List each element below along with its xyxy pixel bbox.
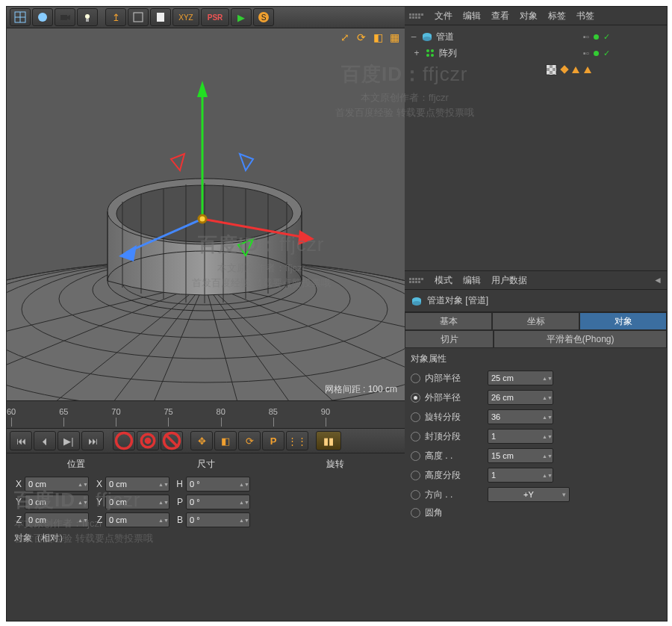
rot-p-input[interactable]: 0 °▲▼ — [186, 495, 250, 509]
rot-b-input[interactable]: 0 °▲▼ — [186, 512, 250, 527]
tab-object[interactable]: 对象 — [579, 312, 667, 330]
object-tree[interactable]: – 管道 ▪▫ ✓ + 阵列 ▪▫ — [405, 25, 667, 271]
tube-icon — [411, 295, 423, 307]
snap-button[interactable]: ⋮⋮ — [286, 431, 308, 450]
height-input[interactable]: 15 cm▲▼ — [488, 448, 553, 463]
expand-icon[interactable]: – — [409, 31, 418, 42]
p-button[interactable]: P — [262, 431, 284, 450]
pos-z-input[interactable]: 0 cm▲▼ — [25, 512, 89, 527]
svg-point-64 — [426, 54, 429, 57]
scale-tool-button[interactable]: ◧ — [214, 431, 237, 450]
attr-anim-radio[interactable] — [411, 508, 420, 518]
go-start-button[interactable]: ⏮ — [10, 431, 32, 450]
am-nav-back-icon[interactable]: ◄ — [653, 275, 662, 285]
tree-row-tube[interactable]: – 管道 ▪▫ ✓ — [406, 28, 665, 45]
toolbar-camera-icon[interactable] — [55, 8, 75, 26]
viewport-nav1-icon[interactable]: ⤢ — [339, 31, 351, 43]
toolbar-play-icon[interactable]: ▶ — [231, 8, 252, 26]
svg-point-65 — [431, 54, 434, 57]
keyframe-button[interactable] — [137, 431, 159, 450]
toolbar-view-icon[interactable] — [128, 8, 149, 26]
inner-radius-input[interactable]: 25 cm▲▼ — [488, 371, 553, 385]
scene-render — [7, 28, 405, 400]
orientation-select[interactable]: +Y — [488, 487, 570, 502]
svg-marker-47 — [298, 230, 314, 245]
coord-header-rotation: 旋转 — [270, 458, 400, 471]
attr-section-label: 对象属性 — [405, 348, 667, 368]
om-menu-tags[interactable]: 标签 — [548, 10, 566, 22]
cap-segments-input[interactable]: 1▲▼ — [488, 429, 553, 444]
tab-basic[interactable]: 基本 — [405, 312, 492, 330]
attr-anim-radio[interactable] — [411, 490, 420, 500]
size-x-input[interactable]: 0 cm▲▼ — [105, 477, 169, 492]
om-menu-file[interactable]: 文件 — [435, 10, 452, 22]
svg-rect-7 — [86, 19, 89, 22]
tab-coord[interactable]: 坐标 — [492, 312, 579, 330]
attr-anim-radio[interactable] — [411, 451, 420, 461]
toolbar-light-icon[interactable] — [77, 8, 98, 26]
pos-x-input[interactable]: 0 cm▲▼ — [25, 477, 89, 492]
svg-point-3 — [38, 13, 47, 22]
visibility-dot-icon[interactable] — [594, 51, 599, 56]
size-z-input[interactable]: 0 cm▲▼ — [105, 512, 169, 527]
viewport-nav4-icon[interactable]: ▦ — [388, 31, 400, 43]
grid-spacing-label: 网格间距 : 100 cm — [325, 383, 397, 396]
toolbar-maxon-icon[interactable]: S — [253, 8, 274, 26]
autokey-button[interactable] — [161, 431, 183, 450]
rot-segments-input[interactable]: 36▲▼ — [488, 409, 553, 424]
attr-anim-radio[interactable] — [411, 412, 420, 422]
attr-height-segments: 高度分段 1▲▼ — [405, 465, 667, 485]
toolbar-page-icon[interactable] — [150, 8, 171, 26]
attr-anim-radio[interactable] — [411, 432, 420, 441]
play-rev-button[interactable]: ▶| — [57, 431, 80, 450]
toolbar-arrow-icon[interactable]: ↥ — [105, 8, 126, 26]
pos-y-input[interactable]: 0 cm▲▼ — [25, 495, 89, 509]
attr-anim-radio[interactable] — [411, 374, 420, 383]
tree-row-tags[interactable] — [406, 61, 665, 78]
phong-tag-icon[interactable] — [560, 65, 568, 73]
move-tool-button[interactable]: ✥ — [190, 431, 213, 450]
toolbar-axis-icon[interactable]: XYZ — [172, 8, 199, 26]
tab-slice[interactable]: 切片 — [405, 330, 494, 348]
svg-rect-8 — [134, 13, 143, 22]
tree-row-array[interactable]: + 阵列 ▪▫ ✓ — [406, 45, 665, 61]
tab-phong[interactable]: 平滑着色(Phong) — [494, 330, 667, 348]
om-menu-edit[interactable]: 编辑 — [463, 10, 481, 22]
om-menu-view[interactable]: 查看 — [491, 10, 509, 22]
timeline-ruler[interactable]: 60 65 70 75 80 85 90 — [7, 400, 405, 428]
warning-tag-icon[interactable] — [572, 66, 579, 73]
expand-icon[interactable]: + — [412, 48, 421, 58]
record-button[interactable] — [113, 431, 135, 450]
toolbar-sphere-icon[interactable] — [32, 8, 53, 26]
panel-grip-icon[interactable] — [409, 278, 424, 283]
visibility-dot-icon[interactable] — [594, 34, 599, 40]
attr-anim-radio[interactable] — [411, 471, 420, 480]
outer-radius-input[interactable]: 26 cm▲▼ — [488, 390, 553, 405]
om-menu-object[interactable]: 对象 — [520, 10, 538, 22]
am-menu-mode[interactable]: 模式 — [435, 274, 452, 287]
next-key-button[interactable]: ⏭ — [81, 431, 104, 450]
svg-rect-4 — [60, 15, 67, 20]
texture-tag-icon[interactable] — [546, 64, 557, 75]
viewport-nav2-icon[interactable]: ⟳ — [355, 31, 367, 43]
viewport-3d[interactable]: ⤢ ⟳ ◧ ▦ — [7, 28, 405, 400]
am-menu-user[interactable]: 用户数据 — [491, 274, 527, 287]
toolbar-psr-icon[interactable]: PSR — [201, 8, 229, 26]
toolbar-grid-icon[interactable] — [10, 8, 31, 26]
step-back-button[interactable]: ⏴ — [34, 431, 56, 450]
warning-tag-icon[interactable] — [584, 66, 591, 73]
coord-mode-label[interactable]: 对象（相对） — [8, 529, 403, 548]
viewport-nav3-icon[interactable]: ◧ — [372, 31, 384, 43]
array-icon — [424, 47, 436, 59]
am-menu-edit[interactable]: 编辑 — [463, 274, 481, 287]
size-y-input[interactable]: 0 cm▲▼ — [105, 495, 169, 509]
om-menu-bookmark[interactable]: 书签 — [576, 10, 594, 22]
film-button[interactable]: ▮▮ — [316, 431, 341, 450]
loop-button[interactable]: ⟳ — [238, 431, 261, 450]
tree-label: 阵列 — [439, 47, 457, 60]
coordinates-panel: 位置 尺寸 旋转 X 0 cm▲▼ X 0 cm▲▼ H 0 °▲▼ Y 0 c… — [7, 453, 405, 621]
panel-grip-icon[interactable] — [409, 13, 424, 19]
rot-h-input[interactable]: 0 °▲▼ — [186, 477, 250, 492]
attr-anim-radio[interactable] — [411, 393, 420, 403]
height-segments-input[interactable]: 1▲▼ — [488, 468, 553, 483]
